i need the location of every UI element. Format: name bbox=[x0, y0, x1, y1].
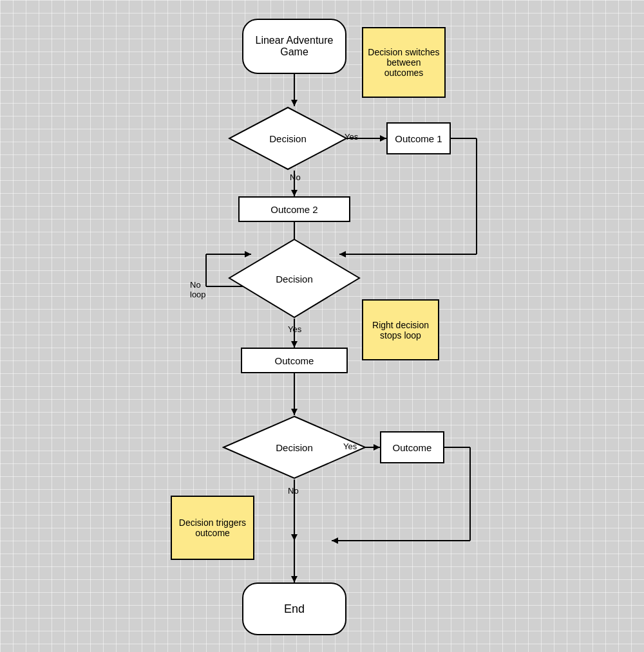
yes3-label: Yes bbox=[343, 442, 357, 451]
svg-marker-13 bbox=[291, 341, 298, 348]
svg-marker-1 bbox=[291, 100, 298, 106]
note3: Decision triggers outcome bbox=[171, 496, 254, 560]
loop-label: loop bbox=[190, 290, 206, 299]
start-node: Linear Adventure Game bbox=[242, 19, 346, 74]
no2-label: No bbox=[190, 280, 201, 290]
decision1-node: Decision bbox=[228, 106, 348, 171]
no1-label: No bbox=[290, 172, 301, 182]
svg-marker-30 bbox=[229, 107, 346, 169]
svg-marker-5 bbox=[380, 135, 386, 142]
note1: Decision switches between outcomes bbox=[362, 27, 446, 98]
svg-marker-19 bbox=[291, 409, 298, 415]
note2: Right decision stops loop bbox=[362, 299, 439, 360]
yes1-label: Yes bbox=[345, 132, 358, 142]
svg-marker-3 bbox=[291, 190, 298, 196]
yes2-label: Yes bbox=[288, 324, 301, 334]
decision2-node: Decision bbox=[228, 238, 361, 319]
svg-marker-21 bbox=[374, 444, 380, 451]
svg-marker-31 bbox=[229, 239, 359, 317]
no3-label: No bbox=[288, 486, 299, 496]
svg-marker-29 bbox=[291, 576, 298, 582]
connections-svg bbox=[0, 0, 644, 652]
end-node: End bbox=[242, 582, 346, 635]
svg-marker-25 bbox=[332, 537, 338, 544]
svg-marker-27 bbox=[291, 534, 298, 541]
decision2-svg bbox=[228, 238, 361, 319]
outcome4-node: Outcome bbox=[380, 431, 444, 463]
outcome3-node: Outcome bbox=[241, 348, 348, 373]
decision1-svg bbox=[228, 106, 348, 171]
outcome2-node: Outcome 2 bbox=[238, 196, 350, 222]
outcome1-node: Outcome 1 bbox=[386, 122, 451, 154]
flowchart: Linear Adventure Game Decision Outcome 1… bbox=[0, 0, 644, 652]
